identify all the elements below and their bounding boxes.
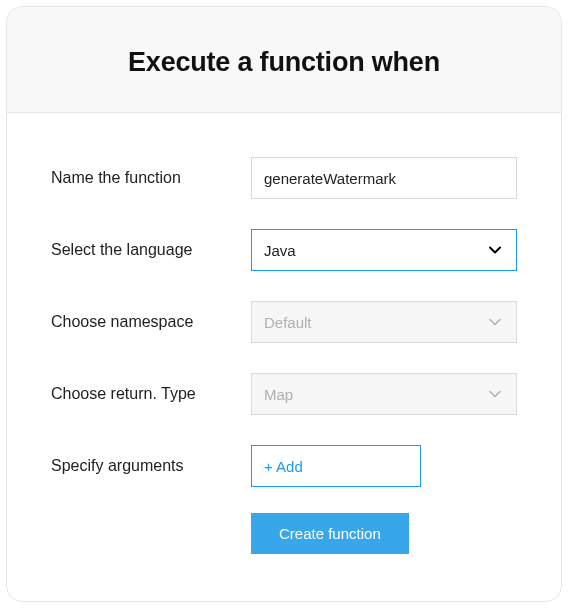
card-body: Name the function Select the language Ja…: [7, 113, 561, 574]
control-wrap: [251, 157, 517, 199]
add-argument-label: + Add: [264, 458, 303, 475]
label-language: Select the language: [51, 241, 251, 259]
namespace-select-wrap: Default: [251, 301, 517, 343]
label-arguments: Specify arguments: [51, 457, 251, 475]
chevron-down-icon: [488, 243, 502, 257]
row-function-name: Name the function: [51, 157, 517, 199]
namespace-selected-value: Default: [264, 314, 312, 331]
add-argument-button[interactable]: + Add: [251, 445, 421, 487]
control-wrap: Default: [251, 301, 517, 343]
control-wrap: Map: [251, 373, 517, 415]
control-wrap: + Add: [251, 445, 517, 487]
return-type-select[interactable]: Map: [251, 373, 517, 415]
chevron-down-icon: [488, 315, 502, 329]
label-function-name: Name the function: [51, 169, 251, 187]
submit-row: Create function: [51, 513, 517, 554]
label-return-type: Choose return. Type: [51, 385, 251, 403]
row-language: Select the language Java: [51, 229, 517, 271]
namespace-select[interactable]: Default: [251, 301, 517, 343]
row-namespace: Choose namespace Default: [51, 301, 517, 343]
language-selected-value: Java: [264, 242, 296, 259]
control-wrap: Java: [251, 229, 517, 271]
label-namespace: Choose namespace: [51, 313, 251, 331]
language-select-wrap: Java: [251, 229, 517, 271]
row-arguments: Specify arguments + Add: [51, 445, 517, 487]
chevron-down-icon: [488, 387, 502, 401]
return-type-select-wrap: Map: [251, 373, 517, 415]
function-name-input[interactable]: [251, 157, 517, 199]
card-header: Execute a function when: [7, 7, 561, 113]
function-form-card: Execute a function when Name the functio…: [6, 6, 562, 602]
create-function-button[interactable]: Create function: [251, 513, 409, 554]
return-type-selected-value: Map: [264, 386, 293, 403]
row-return-type: Choose return. Type Map: [51, 373, 517, 415]
page-title: Execute a function when: [27, 47, 541, 78]
language-select[interactable]: Java: [251, 229, 517, 271]
